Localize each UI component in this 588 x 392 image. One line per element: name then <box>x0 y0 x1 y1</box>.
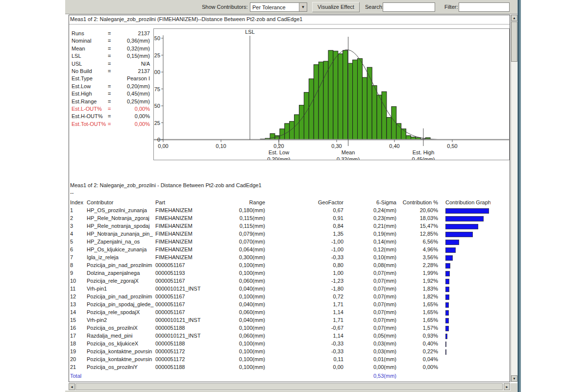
cell-contributor: Dolzina_zapenjalnega <box>87 270 155 277</box>
cell-index: 5 <box>70 239 86 246</box>
contributor-row-11[interactable]: 11Vrh-pin10000010121_INST0,040(mm)-1,800… <box>69 286 510 294</box>
filter-input[interactable] <box>459 2 510 12</box>
contributor-row-12[interactable]: 12Pozicija_pin_nad_prozilnim00000511670,… <box>69 294 510 301</box>
y-tick-label: 50 <box>154 103 160 109</box>
cell-part: FIMEHANIZEM <box>155 239 220 246</box>
contributor-row-16[interactable]: 16Pozicija_os_prozilniX00000511880,100(m… <box>69 325 510 333</box>
stat-label: Est.H-OUT% <box>72 113 103 119</box>
scroll-up-icon[interactable]: ▲ <box>511 15 517 21</box>
cell-contribution: 1,83% <box>389 286 438 293</box>
contributor-row-10[interactable]: 10Pozicija_rele_zgorajX00000511670,060(m… <box>69 278 510 286</box>
cell-part: FIMEHANIZEM <box>155 231 220 238</box>
horizontal-scrollbar[interactable]: ◄ ► <box>69 383 510 391</box>
cell-range: 0,100(mm) <box>211 270 265 277</box>
cell-index: 10 <box>70 278 86 285</box>
cell-index: 16 <box>70 325 86 332</box>
contributor-row-18[interactable]: 18Pozicija_os_kljukiceX00000511880,100(m… <box>69 341 510 348</box>
cell-contributor: Pozicija_pin_nad_prozilnim <box>87 262 155 270</box>
vertical-scroll-thumb[interactable] <box>511 22 517 62</box>
contributor-row-7[interactable]: 7Igla_iz_relejaFIMEHANIZEM0,300(mm)-0,33… <box>69 254 510 262</box>
stat-row-est-range: Est.Range=0,25(mm) <box>72 98 150 106</box>
contributors-section-subtitle: -- <box>70 190 74 196</box>
contributor-row-1[interactable]: 1HP_OS_prozilni_zunanjaFIMEHANIZEM0,180(… <box>69 207 510 215</box>
stat-value: 0,25(mm) <box>127 98 150 104</box>
marker-label-lsl: LSL <box>245 29 255 35</box>
histogram-bar <box>318 62 323 140</box>
cell-geofactor: -0,33 <box>290 341 343 348</box>
contribution-bar <box>445 326 449 331</box>
contribution-bar <box>445 208 489 214</box>
contribution-bar <box>445 294 449 300</box>
contributor-row-15[interactable]: 15Vrh-pin20000010121_INST0,040(mm)1,710,… <box>69 317 510 325</box>
cell-range: 0,040(mm) <box>211 286 265 293</box>
horizontal-scroll-thumb[interactable] <box>75 383 503 390</box>
cell-range: 0,100(mm) <box>211 364 265 371</box>
cell-index: 1 <box>70 207 86 215</box>
cell-contributor: Pozicija_os_prozilniX <box>87 325 155 332</box>
stat-equals: = <box>108 106 111 112</box>
marker-value-label: 0,20(mm) <box>267 156 290 160</box>
histogram-bar <box>314 65 318 140</box>
contribution-bar <box>445 334 447 339</box>
stat-row-runs: Runs=2137 <box>72 30 150 38</box>
contributor-row-19[interactable]: 19Pozicija_kontaktne_povrsin00000511720,… <box>69 348 510 356</box>
histogram-bar <box>328 50 333 140</box>
contributor-row-3[interactable]: 3HP_Rele_notranja_spodajFIMEHANIZEM0,115… <box>69 223 510 231</box>
cell-contribution: 20,60% <box>389 207 438 215</box>
cell-part: 0000051188 <box>155 341 220 348</box>
cell-index: 12 <box>70 294 86 301</box>
stat-equals: = <box>108 121 111 127</box>
cell-contribution: 0,40% <box>389 341 438 348</box>
contributor-row-6[interactable]: 6HP_Os_kljukice_zunanjaFIMEHANIZEM0,064(… <box>69 246 510 254</box>
stat-equals: = <box>108 98 111 104</box>
cell-range: 0,100(mm) <box>211 341 265 348</box>
x-tick-label: 0,10 <box>216 143 226 149</box>
contributor-row-17[interactable]: 17Razdalja_med_pini0000010121_INST0,060(… <box>69 333 510 341</box>
cell-contribution: 1,65% <box>389 317 438 324</box>
contributor-row-9[interactable]: 9Dolzina_zapenjalnega00000511930,100(mm)… <box>69 270 510 278</box>
contributor-row-8[interactable]: 8Pozicija_pin_nad_prozilnim00000511670,1… <box>69 262 510 270</box>
dropdown-arrow-icon[interactable]: ▼ <box>299 3 307 11</box>
cell-geofactor: 1,71 <box>290 317 343 324</box>
cell-contributor: Pozicija_os_kljukiceX <box>87 341 155 348</box>
contributor-row-21[interactable]: 21Pozicija_os_prozilniY00000511880,100(m… <box>69 364 510 372</box>
stat-equals: = <box>108 61 111 67</box>
search-input[interactable] <box>383 2 435 12</box>
cell-part: 0000051167 <box>155 278 220 285</box>
x-tick-label: 0,00 <box>158 143 168 149</box>
contributor-row-14[interactable]: 14Pozicija_rele_spodajX00000511670,060(m… <box>69 309 510 317</box>
vertical-scrollbar[interactable]: ▲ ▼ <box>511 15 517 382</box>
contributor-row-2[interactable]: 2HP_Rele_Notranja_zgorajFIMEHANIZEM0,115… <box>69 215 510 223</box>
contributor-row-4[interactable]: 4HP_Notranja_zunanja_pin_FIMEHANIZEM0,07… <box>69 231 510 239</box>
stat-value: 0,00% <box>135 106 150 112</box>
histogram-bar <box>309 79 314 140</box>
contributor-row-5[interactable]: 5HP_Zapenjalni_na_osFIMEHANIZEM0,070(mm)… <box>69 239 510 246</box>
visualize-effect-button[interactable]: Visualize Effect <box>312 2 360 12</box>
cell-geofactor: -0,33 <box>290 254 343 262</box>
x-tick-label: 0,50 <box>447 143 457 149</box>
cell-contributor: Pozicija_pin_spodaj_glede_ <box>87 301 155 309</box>
cell-index: 20 <box>70 356 86 364</box>
cell-range: 0,115(mm) <box>211 215 265 222</box>
contributor-row-20[interactable]: 20Pozicija_kontaktne_povrsin00000511720,… <box>69 356 510 364</box>
cell-part: 0000051167 <box>155 294 220 301</box>
scroll-left-icon[interactable]: ◄ <box>69 383 75 390</box>
histogram-bar <box>358 58 363 140</box>
show-contributors-dropdown[interactable]: Per Tolerance ▼ <box>250 2 307 12</box>
cell-part: FIMEHANIZEM <box>155 215 220 222</box>
contributor-row-13[interactable]: 13Pozicija_pin_spodaj_glede_00000511670,… <box>69 301 510 309</box>
scroll-right-icon[interactable]: ► <box>504 383 510 390</box>
cell-range: 0,040(mm) <box>211 317 265 324</box>
scroll-down-icon[interactable]: ▼ <box>511 375 517 382</box>
cell-range: 0,060(mm) <box>211 333 265 340</box>
histogram-bar <box>362 77 367 140</box>
cell-contributor: Vrh-pin2 <box>87 317 155 324</box>
cell-range: 0,300(mm) <box>211 254 265 262</box>
marker-label: Est. High <box>413 149 435 155</box>
marker-label: Est. Low <box>269 149 289 155</box>
cell-contribution: 0,22% <box>389 348 438 356</box>
cell-contribution: 1,65% <box>389 301 438 309</box>
cell-range: 0,100(mm) <box>211 348 265 356</box>
cell-contributor: Pozicija_kontaktne_povrsin <box>87 348 155 356</box>
measurement-panel: Meas1 of 2: Naleganje_zob_prozilni (FIME… <box>69 15 510 382</box>
